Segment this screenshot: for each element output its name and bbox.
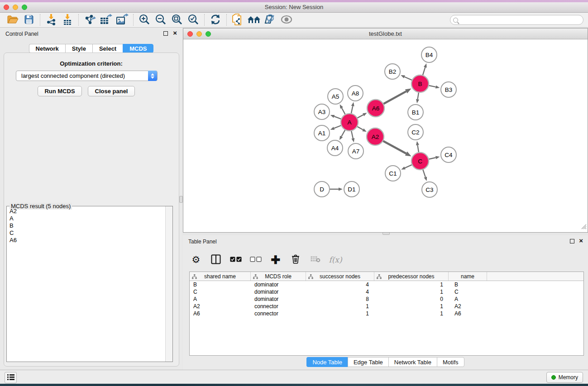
table-row[interactable]: Adominator80A <box>190 295 583 303</box>
zoom-out-icon <box>155 14 167 27</box>
edge-arrowhead-icon <box>416 141 419 145</box>
delete-table-button[interactable] <box>309 253 322 267</box>
graph-node-A[interactable]: A <box>341 114 358 131</box>
graph-node-A7[interactable]: A7 <box>348 143 363 159</box>
table-settings-button[interactable]: ⚙ <box>189 253 203 267</box>
table-row[interactable]: Bdominator41B <box>190 281 583 288</box>
import-table-button[interactable] <box>59 13 76 27</box>
float-table-panel-icon[interactable] <box>570 239 574 243</box>
graph-node-D[interactable]: D <box>314 181 330 197</box>
graph-node-B4[interactable]: B4 <box>421 47 437 62</box>
graph-node-C3[interactable]: C3 <box>422 182 437 197</box>
mcds-result-item[interactable]: A <box>7 215 165 222</box>
column-header-successor-nodes[interactable]: successor nodes <box>306 272 374 281</box>
graph-node-D1[interactable]: D1 <box>344 181 359 197</box>
import-network-button[interactable] <box>43 13 59 27</box>
deselect-all-button[interactable] <box>249 253 263 267</box>
svg-text:A2: A2 <box>372 133 379 140</box>
svg-text:C3: C3 <box>425 186 433 193</box>
graph-node-C1[interactable]: C1 <box>385 166 401 181</box>
tab-network[interactable]: Network <box>29 44 65 53</box>
graph-node-B[interactable]: B <box>411 75 429 92</box>
toolbar-separator <box>78 14 79 26</box>
graph-node-A2[interactable]: A2 <box>367 128 384 145</box>
search-icon <box>453 18 458 23</box>
tab-style[interactable]: Style <box>65 44 92 53</box>
add-column-button[interactable]: ✚ <box>269 253 282 267</box>
table-row[interactable]: A6connector11A6 <box>190 310 583 317</box>
graph-node-B2[interactable]: B2 <box>385 64 400 79</box>
mcds-result-item[interactable]: A6 <box>7 237 165 244</box>
tab-motifs[interactable]: Motifs <box>437 357 464 367</box>
home-button[interactable] <box>246 13 262 27</box>
refresh-layout-button[interactable] <box>207 13 224 27</box>
mcds-result-item[interactable]: C <box>7 229 165 237</box>
export-image-button[interactable] <box>114 13 130 27</box>
graph-node-C2[interactable]: C2 <box>408 124 423 140</box>
zoom-selected-button[interactable] <box>185 13 201 27</box>
column-header-predecessor-nodes[interactable]: predecessor nodes <box>374 272 449 281</box>
dropdown-stepper-icon <box>148 71 157 81</box>
close-panel-button[interactable]: Close panel <box>88 86 135 96</box>
tab-node-table[interactable]: Node Table <box>306 357 348 367</box>
table-row[interactable]: Cdominator41C <box>190 288 583 295</box>
task-history-button[interactable] <box>5 372 17 383</box>
close-table-panel-icon[interactable]: × <box>579 237 583 245</box>
cell-name: A2 <box>449 303 487 310</box>
graph-node-B3[interactable]: B3 <box>441 82 456 97</box>
toolbar-separator <box>204 14 205 26</box>
column-header-shared-name[interactable]: shared name <box>190 272 251 281</box>
split-view-button[interactable] <box>209 253 223 267</box>
optimization-criterion-dropdown[interactable]: largest connected component (directed) <box>16 71 158 81</box>
open-session-button[interactable] <box>5 13 21 27</box>
edge-arrowhead-icon <box>424 176 427 181</box>
cell-name: A6 <box>449 310 487 317</box>
network-canvas[interactable]: AA1A2A3A4A5A6A7A8BB1B2B3B4CC1C2C3C4DD1 <box>183 40 588 232</box>
zoom-fit-button[interactable] <box>169 13 185 27</box>
graph-node-A4[interactable]: A4 <box>327 140 343 156</box>
tab-select[interactable]: Select <box>92 44 123 53</box>
graph-node-A8[interactable]: A8 <box>348 86 363 101</box>
graph-node-A3[interactable]: A3 <box>314 104 330 119</box>
tab-mcds[interactable]: MCDS <box>123 44 153 53</box>
clone-network-button[interactable] <box>229 13 246 27</box>
edge-A6-B[interactable] <box>382 91 406 105</box>
float-panel-icon[interactable] <box>163 31 168 36</box>
graph-node-A5[interactable]: A5 <box>328 89 343 104</box>
edge-A2-C[interactable] <box>381 140 406 153</box>
save-session-button[interactable] <box>21 13 37 27</box>
hide-labels-button[interactable] <box>262 13 278 27</box>
graph-node-C4[interactable]: C4 <box>441 147 456 162</box>
search-input[interactable] <box>460 17 583 23</box>
zoom-out-button[interactable] <box>153 13 169 27</box>
close-panel-icon[interactable]: × <box>173 29 177 37</box>
graph-node-A1[interactable]: A1 <box>314 125 330 141</box>
result-scrollbar[interactable] <box>165 206 172 362</box>
tab-network-table[interactable]: Network Table <box>388 357 437 367</box>
tab-edge-table[interactable]: Edge Table <box>348 357 388 367</box>
column-header-name[interactable]: name <box>449 272 487 281</box>
select-all-button[interactable] <box>229 253 243 267</box>
mcds-result-item[interactable]: A2 <box>7 208 165 215</box>
search-box[interactable] <box>450 15 583 25</box>
graph-node-B1[interactable]: B1 <box>408 105 423 120</box>
double-house-icon <box>247 14 261 26</box>
node-table[interactable]: shared nameMCDS rolesuccessor nodesprede… <box>189 272 584 356</box>
function-builder-button[interactable]: f(x) <box>329 253 342 267</box>
run-mcds-button[interactable]: Run MCDS <box>38 86 82 96</box>
toolbar-separator <box>40 14 40 26</box>
mcds-result-item[interactable]: B <box>7 222 165 229</box>
delete-column-button[interactable] <box>289 253 302 267</box>
show-hidden-button[interactable] <box>278 13 295 27</box>
resize-grip-icon[interactable] <box>581 223 587 231</box>
graph-node-A6[interactable]: A6 <box>367 100 384 117</box>
panel-splitter-handle[interactable] <box>179 196 183 203</box>
graph-node-C[interactable]: C <box>411 152 429 170</box>
export-table-button[interactable] <box>98 13 114 27</box>
zoom-in-button[interactable] <box>136 13 153 27</box>
svg-text:A1: A1 <box>318 130 326 137</box>
column-header-MCDS-role[interactable]: MCDS role <box>251 272 306 281</box>
memory-button[interactable]: Memory <box>546 372 583 383</box>
table-row[interactable]: A2connector11A2 <box>190 303 583 310</box>
export-network-button[interactable] <box>81 13 98 27</box>
